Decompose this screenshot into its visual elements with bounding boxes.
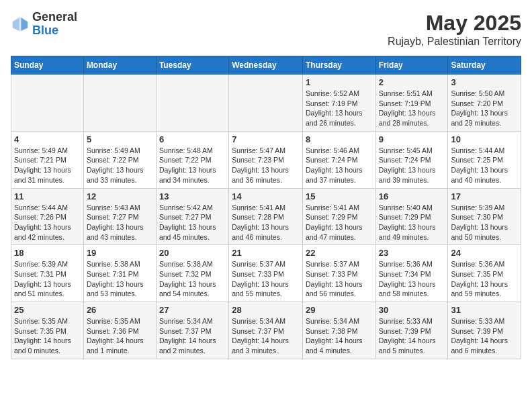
page-header: General Blue May 2025 Rujayb, Palestinia…: [11, 11, 521, 48]
calendar-body: 1Sunrise: 5:52 AM Sunset: 7:19 PM Daylig…: [11, 75, 521, 359]
day-number: 5: [87, 134, 153, 144]
day-number: 4: [14, 134, 81, 144]
calendar-cell: 17Sunrise: 5:39 AM Sunset: 7:30 PM Dayli…: [448, 188, 521, 245]
day-number: 18: [14, 248, 81, 258]
logo-general: General: [32, 11, 77, 24]
day-number: 20: [159, 248, 226, 258]
day-detail: Sunrise: 5:40 AM Sunset: 7:29 PM Dayligh…: [379, 203, 445, 242]
logo-text: General Blue: [32, 11, 77, 38]
day-number: 15: [306, 191, 373, 201]
day-detail: Sunrise: 5:51 AM Sunset: 7:19 PM Dayligh…: [379, 89, 445, 128]
calendar-cell: 25Sunrise: 5:35 AM Sunset: 7:35 PM Dayli…: [11, 302, 84, 359]
day-detail: Sunrise: 5:39 AM Sunset: 7:30 PM Dayligh…: [451, 203, 518, 242]
week-row-3: 18Sunrise: 5:39 AM Sunset: 7:31 PM Dayli…: [11, 245, 521, 302]
day-number: 28: [232, 305, 300, 315]
calendar-cell: 30Sunrise: 5:33 AM Sunset: 7:39 PM Dayli…: [375, 302, 448, 359]
calendar-cell: [229, 75, 303, 132]
title-block: May 2025 Rujayb, Palestinian Territory: [388, 11, 521, 48]
day-number: 6: [159, 134, 226, 144]
calendar-cell: 26Sunrise: 5:35 AM Sunset: 7:36 PM Dayli…: [83, 302, 156, 359]
header-day-saturday: Saturday: [448, 56, 521, 75]
calendar-cell: 11Sunrise: 5:44 AM Sunset: 7:26 PM Dayli…: [11, 188, 84, 245]
day-number: 24: [451, 248, 518, 258]
day-detail: Sunrise: 5:35 AM Sunset: 7:36 PM Dayligh…: [87, 316, 153, 356]
day-number: 3: [451, 77, 518, 87]
day-detail: Sunrise: 5:47 AM Sunset: 7:23 PM Dayligh…: [232, 146, 300, 185]
calendar-cell: 16Sunrise: 5:40 AM Sunset: 7:29 PM Dayli…: [375, 188, 448, 245]
day-number: 11: [14, 191, 81, 201]
day-number: 27: [159, 305, 226, 315]
header-day-tuesday: Tuesday: [156, 56, 228, 75]
calendar-cell: 28Sunrise: 5:34 AM Sunset: 7:37 PM Dayli…: [229, 302, 303, 359]
calendar-cell: 1Sunrise: 5:52 AM Sunset: 7:19 PM Daylig…: [302, 75, 375, 132]
day-number: 23: [379, 248, 445, 258]
calendar-cell: 23Sunrise: 5:36 AM Sunset: 7:34 PM Dayli…: [375, 245, 448, 302]
day-number: 19: [87, 248, 153, 258]
day-detail: Sunrise: 5:43 AM Sunset: 7:27 PM Dayligh…: [87, 203, 153, 242]
calendar-cell: 8Sunrise: 5:46 AM Sunset: 7:24 PM Daylig…: [302, 131, 375, 188]
day-number: 25: [14, 305, 81, 315]
calendar-cell: 21Sunrise: 5:37 AM Sunset: 7:33 PM Dayli…: [229, 245, 303, 302]
day-detail: Sunrise: 5:38 AM Sunset: 7:31 PM Dayligh…: [87, 259, 153, 299]
day-detail: Sunrise: 5:38 AM Sunset: 7:32 PM Dayligh…: [159, 259, 226, 299]
day-detail: Sunrise: 5:46 AM Sunset: 7:24 PM Dayligh…: [306, 146, 373, 185]
day-detail: Sunrise: 5:34 AM Sunset: 7:38 PM Dayligh…: [306, 316, 373, 356]
day-detail: Sunrise: 5:39 AM Sunset: 7:31 PM Dayligh…: [14, 259, 81, 299]
day-number: 8: [306, 134, 373, 144]
day-detail: Sunrise: 5:37 AM Sunset: 7:33 PM Dayligh…: [306, 259, 373, 299]
day-detail: Sunrise: 5:37 AM Sunset: 7:33 PM Dayligh…: [232, 259, 300, 299]
day-number: 16: [379, 191, 445, 201]
day-detail: Sunrise: 5:35 AM Sunset: 7:35 PM Dayligh…: [14, 316, 81, 356]
day-number: 12: [87, 191, 153, 201]
day-detail: Sunrise: 5:44 AM Sunset: 7:26 PM Dayligh…: [14, 203, 81, 242]
day-number: 26: [87, 305, 153, 315]
calendar-cell: 27Sunrise: 5:34 AM Sunset: 7:37 PM Dayli…: [156, 302, 228, 359]
calendar-cell: 10Sunrise: 5:44 AM Sunset: 7:25 PM Dayli…: [448, 131, 521, 188]
calendar-cell: 6Sunrise: 5:48 AM Sunset: 7:22 PM Daylig…: [156, 131, 228, 188]
week-row-0: 1Sunrise: 5:52 AM Sunset: 7:19 PM Daylig…: [11, 75, 521, 132]
week-row-1: 4Sunrise: 5:49 AM Sunset: 7:21 PM Daylig…: [11, 131, 521, 188]
logo-icon: [11, 15, 30, 34]
week-row-4: 25Sunrise: 5:35 AM Sunset: 7:35 PM Dayli…: [11, 302, 521, 359]
day-detail: Sunrise: 5:49 AM Sunset: 7:22 PM Dayligh…: [87, 146, 153, 185]
calendar-cell: 4Sunrise: 5:49 AM Sunset: 7:21 PM Daylig…: [11, 131, 84, 188]
calendar-cell: 20Sunrise: 5:38 AM Sunset: 7:32 PM Dayli…: [156, 245, 228, 302]
day-detail: Sunrise: 5:42 AM Sunset: 7:27 PM Dayligh…: [159, 203, 226, 242]
day-number: 13: [159, 191, 226, 201]
day-detail: Sunrise: 5:33 AM Sunset: 7:39 PM Dayligh…: [451, 316, 518, 356]
header-row: SundayMondayTuesdayWednesdayThursdayFrid…: [11, 56, 521, 75]
day-detail: Sunrise: 5:48 AM Sunset: 7:22 PM Dayligh…: [159, 146, 226, 185]
calendar-cell: 31Sunrise: 5:33 AM Sunset: 7:39 PM Dayli…: [448, 302, 521, 359]
calendar-cell: 13Sunrise: 5:42 AM Sunset: 7:27 PM Dayli…: [156, 188, 228, 245]
header-day-wednesday: Wednesday: [229, 56, 303, 75]
calendar-title: May 2025: [388, 11, 521, 36]
calendar-cell: [83, 75, 156, 132]
calendar-header: SundayMondayTuesdayWednesdayThursdayFrid…: [11, 56, 521, 75]
calendar-cell: 2Sunrise: 5:51 AM Sunset: 7:19 PM Daylig…: [375, 75, 448, 132]
header-day-friday: Friday: [375, 56, 448, 75]
day-number: 17: [451, 191, 518, 201]
header-day-sunday: Sunday: [11, 56, 84, 75]
day-number: 2: [379, 77, 445, 87]
calendar-cell: 18Sunrise: 5:39 AM Sunset: 7:31 PM Dayli…: [11, 245, 84, 302]
day-detail: Sunrise: 5:50 AM Sunset: 7:20 PM Dayligh…: [451, 89, 518, 128]
day-number: 9: [379, 134, 445, 144]
logo-blue: Blue: [32, 24, 77, 38]
day-detail: Sunrise: 5:44 AM Sunset: 7:25 PM Dayligh…: [451, 146, 518, 185]
day-detail: Sunrise: 5:49 AM Sunset: 7:21 PM Dayligh…: [14, 146, 81, 185]
day-detail: Sunrise: 5:52 AM Sunset: 7:19 PM Dayligh…: [306, 89, 373, 128]
day-detail: Sunrise: 5:34 AM Sunset: 7:37 PM Dayligh…: [232, 316, 300, 356]
day-number: 7: [232, 134, 300, 144]
day-number: 10: [451, 134, 518, 144]
day-detail: Sunrise: 5:33 AM Sunset: 7:39 PM Dayligh…: [379, 316, 445, 356]
calendar-cell: 12Sunrise: 5:43 AM Sunset: 7:27 PM Dayli…: [83, 188, 156, 245]
day-detail: Sunrise: 5:34 AM Sunset: 7:37 PM Dayligh…: [159, 316, 226, 356]
week-row-2: 11Sunrise: 5:44 AM Sunset: 7:26 PM Dayli…: [11, 188, 521, 245]
calendar-cell: 29Sunrise: 5:34 AM Sunset: 7:38 PM Dayli…: [302, 302, 375, 359]
calendar-subtitle: Rujayb, Palestinian Territory: [388, 36, 521, 48]
calendar-cell: [156, 75, 228, 132]
day-number: 31: [451, 305, 518, 315]
day-detail: Sunrise: 5:36 AM Sunset: 7:34 PM Dayligh…: [379, 259, 445, 299]
calendar-cell: 9Sunrise: 5:45 AM Sunset: 7:24 PM Daylig…: [375, 131, 448, 188]
calendar-cell: 5Sunrise: 5:49 AM Sunset: 7:22 PM Daylig…: [83, 131, 156, 188]
